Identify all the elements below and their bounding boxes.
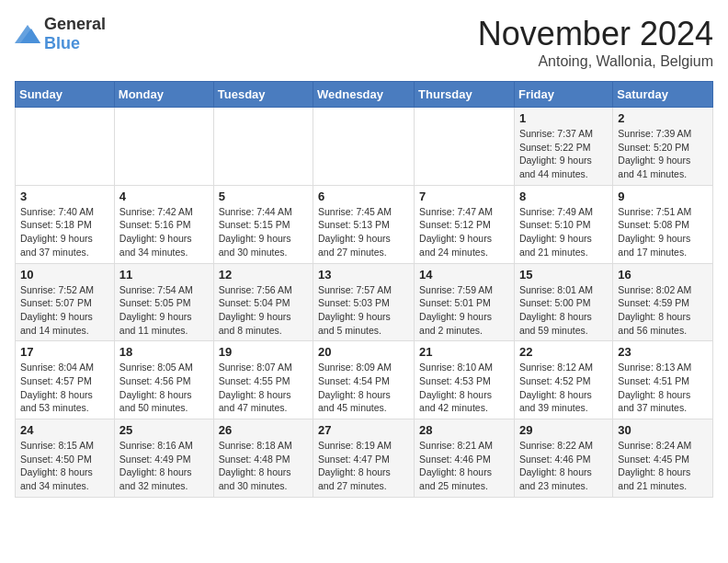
calendar-cell: 13Sunrise: 7:57 AM Sunset: 5:03 PM Dayli… [313,263,415,341]
day-info: Sunrise: 8:15 AM Sunset: 4:50 PM Dayligh… [20,439,109,493]
day-number: 5 [219,190,308,203]
calendar-week-row: 10Sunrise: 7:52 AM Sunset: 5:07 PM Dayli… [16,263,713,341]
logo-text: General Blue [44,15,106,53]
day-number: 26 [219,423,308,437]
weekday-header-sunday: Sunday [16,82,115,108]
day-info: Sunrise: 8:07 AM Sunset: 4:55 PM Dayligh… [219,361,308,415]
calendar-cell: 3Sunrise: 7:40 AM Sunset: 5:18 PM Daylig… [16,185,115,263]
day-number: 15 [519,268,608,282]
day-info: Sunrise: 7:45 AM Sunset: 5:13 PM Dayligh… [318,205,409,259]
day-info: Sunrise: 8:21 AM Sunset: 4:46 PM Dayligh… [419,439,509,493]
day-info: Sunrise: 7:51 AM Sunset: 5:08 PM Dayligh… [618,205,708,259]
day-number: 22 [519,345,608,359]
day-number: 18 [119,345,209,359]
day-number: 25 [119,423,209,437]
day-info: Sunrise: 8:12 AM Sunset: 4:52 PM Dayligh… [519,361,608,415]
day-number: 11 [119,268,209,282]
day-number: 14 [419,268,509,282]
calendar-cell: 19Sunrise: 8:07 AM Sunset: 4:55 PM Dayli… [213,341,313,419]
calendar-cell: 4Sunrise: 7:42 AM Sunset: 5:16 PM Daylig… [114,185,213,263]
day-number: 24 [20,423,109,437]
weekday-header-thursday: Thursday [415,82,515,108]
calendar-cell: 5Sunrise: 7:44 AM Sunset: 5:15 PM Daylig… [213,185,313,263]
day-info: Sunrise: 8:16 AM Sunset: 4:49 PM Dayligh… [119,439,209,493]
day-number: 19 [219,345,308,359]
day-info: Sunrise: 7:40 AM Sunset: 5:18 PM Dayligh… [20,205,109,259]
day-number: 17 [20,345,109,359]
calendar-table: SundayMondayTuesdayWednesdayThursdayFrid… [15,81,713,498]
calendar-cell: 16Sunrise: 8:02 AM Sunset: 4:59 PM Dayli… [613,263,713,341]
calendar-cell: 12Sunrise: 7:56 AM Sunset: 5:04 PM Dayli… [213,263,313,341]
calendar-cell [16,108,115,186]
weekday-header-monday: Monday [114,82,213,108]
day-info: Sunrise: 7:47 AM Sunset: 5:12 PM Dayligh… [419,205,509,259]
day-info: Sunrise: 7:49 AM Sunset: 5:10 PM Dayligh… [519,205,608,259]
calendar-cell: 22Sunrise: 8:12 AM Sunset: 4:52 PM Dayli… [514,341,612,419]
day-info: Sunrise: 8:10 AM Sunset: 4:53 PM Dayligh… [419,361,509,415]
calendar-cell: 17Sunrise: 8:04 AM Sunset: 4:57 PM Dayli… [16,341,115,419]
calendar-cell: 1Sunrise: 7:37 AM Sunset: 5:22 PM Daylig… [514,108,612,186]
day-info: Sunrise: 8:05 AM Sunset: 4:56 PM Dayligh… [119,361,209,415]
logo: General Blue [15,15,106,53]
day-info: Sunrise: 7:44 AM Sunset: 5:15 PM Dayligh… [219,205,308,259]
day-number: 9 [618,190,708,203]
calendar-cell: 2Sunrise: 7:39 AM Sunset: 5:20 PM Daylig… [613,108,713,186]
weekday-header-wednesday: Wednesday [313,82,415,108]
day-number: 29 [519,423,608,437]
calendar-cell: 9Sunrise: 7:51 AM Sunset: 5:08 PM Daylig… [613,185,713,263]
day-info: Sunrise: 7:37 AM Sunset: 5:22 PM Dayligh… [519,127,608,181]
day-number: 6 [318,190,409,203]
day-info: Sunrise: 8:13 AM Sunset: 4:51 PM Dayligh… [618,361,708,415]
logo-blue: Blue [44,34,80,52]
day-info: Sunrise: 8:19 AM Sunset: 4:47 PM Dayligh… [318,439,409,493]
calendar-cell: 26Sunrise: 8:18 AM Sunset: 4:48 PM Dayli… [213,419,313,498]
calendar-cell: 21Sunrise: 8:10 AM Sunset: 4:53 PM Dayli… [415,341,515,419]
calendar-cell: 11Sunrise: 7:54 AM Sunset: 5:05 PM Dayli… [114,263,213,341]
day-info: Sunrise: 7:42 AM Sunset: 5:16 PM Dayligh… [119,205,209,259]
calendar-cell: 8Sunrise: 7:49 AM Sunset: 5:10 PM Daylig… [514,185,612,263]
location-title: Antoing, Wallonia, Belgium [478,53,713,70]
day-info: Sunrise: 8:04 AM Sunset: 4:57 PM Dayligh… [20,361,109,415]
day-info: Sunrise: 7:52 AM Sunset: 5:07 PM Dayligh… [20,283,109,338]
calendar-week-row: 17Sunrise: 8:04 AM Sunset: 4:57 PM Dayli… [16,341,713,419]
day-info: Sunrise: 8:22 AM Sunset: 4:46 PM Dayligh… [519,439,608,493]
day-number: 21 [419,345,509,359]
calendar-cell: 18Sunrise: 8:05 AM Sunset: 4:56 PM Dayli… [114,341,213,419]
calendar-cell [114,108,213,186]
weekday-header-friday: Friday [514,82,612,108]
logo-general: General [44,15,106,33]
day-number: 23 [618,345,708,359]
calendar-cell [415,108,515,186]
weekday-header-saturday: Saturday [613,82,713,108]
calendar-cell [213,108,313,186]
calendar-cell: 10Sunrise: 7:52 AM Sunset: 5:07 PM Dayli… [16,263,115,341]
day-number: 16 [618,268,708,282]
calendar-cell: 30Sunrise: 8:24 AM Sunset: 4:45 PM Dayli… [613,419,713,498]
header: General Blue November 2024 Antoing, Wall… [15,15,713,70]
day-info: Sunrise: 8:01 AM Sunset: 5:00 PM Dayligh… [519,283,608,338]
day-number: 13 [318,268,409,282]
day-number: 20 [318,345,409,359]
day-number: 30 [618,423,708,437]
day-number: 10 [20,268,109,282]
day-info: Sunrise: 7:54 AM Sunset: 5:05 PM Dayligh… [119,283,209,338]
calendar-cell: 28Sunrise: 8:21 AM Sunset: 4:46 PM Dayli… [415,419,515,498]
calendar-week-row: 24Sunrise: 8:15 AM Sunset: 4:50 PM Dayli… [16,419,713,498]
calendar-cell: 15Sunrise: 8:01 AM Sunset: 5:00 PM Dayli… [514,263,612,341]
day-info: Sunrise: 7:57 AM Sunset: 5:03 PM Dayligh… [318,283,409,338]
day-info: Sunrise: 7:56 AM Sunset: 5:04 PM Dayligh… [219,283,308,338]
calendar-cell: 6Sunrise: 7:45 AM Sunset: 5:13 PM Daylig… [313,185,415,263]
day-info: Sunrise: 7:39 AM Sunset: 5:20 PM Dayligh… [618,127,708,181]
day-info: Sunrise: 8:02 AM Sunset: 4:59 PM Dayligh… [618,283,708,338]
weekday-header-row: SundayMondayTuesdayWednesdayThursdayFrid… [16,82,713,108]
day-number: 8 [519,190,608,203]
day-number: 27 [318,423,409,437]
day-number: 3 [20,190,109,203]
day-info: Sunrise: 7:59 AM Sunset: 5:01 PM Dayligh… [419,283,509,338]
calendar-cell [313,108,415,186]
calendar-cell: 14Sunrise: 7:59 AM Sunset: 5:01 PM Dayli… [415,263,515,341]
calendar-cell: 23Sunrise: 8:13 AM Sunset: 4:51 PM Dayli… [613,341,713,419]
calendar-cell: 25Sunrise: 8:16 AM Sunset: 4:49 PM Dayli… [114,419,213,498]
day-number: 28 [419,423,509,437]
calendar-week-row: 3Sunrise: 7:40 AM Sunset: 5:18 PM Daylig… [16,185,713,263]
